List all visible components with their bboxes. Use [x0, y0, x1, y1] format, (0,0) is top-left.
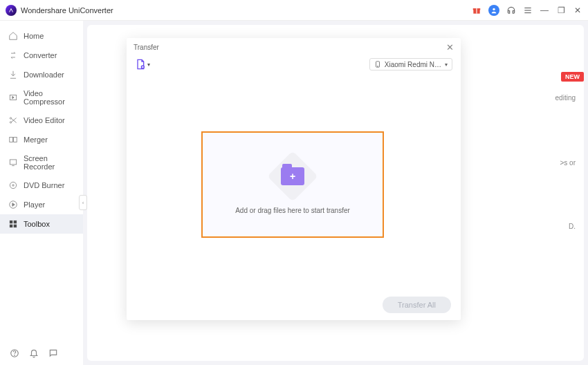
sidebar-item-screen-recorder[interactable]: Screen Recorder [0, 149, 83, 176]
sidebar-item-label: Screen Recorder [24, 154, 75, 171]
background-text: D. [569, 223, 576, 230]
scissors-icon [8, 115, 18, 125]
sidebar-item-label: Downloader [24, 71, 64, 79]
sidebar-item-video-editor[interactable]: Video Editor [0, 111, 83, 130]
folder-illustration: + [268, 156, 317, 197]
svg-rect-16 [10, 221, 12, 223]
sidebar-item-home[interactable]: Home [0, 26, 83, 46]
sidebar-item-toolbox[interactable]: Toolbox [0, 214, 83, 234]
titlebar-left: Wondershare UniConverter [6, 5, 113, 16]
phone-icon [374, 60, 381, 68]
transfer-all-button[interactable]: Transfer All [383, 297, 451, 313]
sidebar-item-player[interactable]: Player [0, 195, 83, 214]
svg-rect-18 [10, 225, 12, 227]
help-icon[interactable] [10, 348, 19, 358]
app-title: Wondershare UniConverter [21, 6, 113, 15]
record-icon [8, 158, 18, 167]
sidebar-item-label: Toolbox [24, 220, 50, 228]
hamburger-menu-icon[interactable] [523, 6, 533, 15]
sidebar-item-label: Merger [24, 135, 48, 144]
gift-icon[interactable] [472, 6, 481, 15]
svg-rect-10 [10, 138, 13, 142]
sidebar-item-downloader[interactable]: Downloader [0, 65, 83, 84]
minimize-button[interactable]: — [540, 6, 549, 15]
svg-point-24 [377, 66, 378, 67]
svg-rect-19 [14, 225, 17, 227]
add-file-icon [135, 59, 146, 70]
merge-icon [8, 135, 18, 144]
svg-point-9 [10, 122, 11, 123]
device-select[interactable]: Xiaomi Redmi N… ▾ [369, 58, 452, 71]
svg-rect-2 [476, 8, 477, 14]
svg-rect-12 [10, 160, 16, 165]
compress-icon [8, 93, 18, 102]
maximize-button[interactable]: ❐ [556, 6, 566, 15]
sidebar: Home Converter Downloader Video Compress… [0, 21, 83, 365]
svg-point-21 [15, 355, 15, 356]
transfer-modal: Transfer ✕ ▾ Xiaomi Redmi N… ▾ + Add o [127, 38, 461, 320]
sidebar-item-dvd-burner[interactable]: DVD Burner [0, 176, 83, 195]
sidebar-item-converter[interactable]: Converter [0, 46, 83, 65]
chevron-down-icon: ▾ [147, 62, 150, 68]
add-file-button[interactable]: ▾ [135, 59, 150, 70]
sidebar-item-label: Video Compressor [24, 89, 75, 106]
sidebar-item-label: Video Editor [24, 116, 65, 124]
converter-icon [8, 50, 18, 60]
svg-rect-17 [14, 221, 17, 223]
modal-toolbar: ▾ Xiaomi Redmi N… ▾ [127, 57, 461, 75]
svg-point-14 [12, 185, 14, 186]
modal-title: Transfer [134, 44, 159, 51]
modal-footer: Transfer All [127, 290, 461, 320]
background-text: >s or [560, 159, 576, 167]
dvd-icon [8, 180, 18, 190]
dropzone[interactable]: + Add or drag files here to start transf… [201, 131, 384, 238]
notification-bell-icon[interactable] [29, 348, 39, 358]
sidebar-item-label: DVD Burner [24, 181, 64, 189]
svg-rect-11 [14, 138, 17, 142]
sidebar-item-video-compressor[interactable]: Video Compressor [0, 84, 83, 111]
new-badge: NEW [561, 72, 584, 82]
sidebar-item-label: Home [24, 32, 44, 40]
toolbox-icon [8, 219, 18, 229]
close-window-button[interactable]: ✕ [573, 6, 582, 15]
modal-header: Transfer ✕ [127, 38, 461, 57]
sidebar-item-merger[interactable]: Merger [0, 130, 83, 149]
title-bar: Wondershare UniConverter — ❐ ✕ [0, 0, 588, 21]
sidebar-item-label: Converter [24, 51, 57, 59]
user-avatar-icon[interactable] [488, 5, 499, 16]
chevron-down-icon: ▾ [445, 62, 448, 68]
feedback-icon[interactable] [48, 348, 58, 358]
app-logo-icon [6, 5, 17, 16]
download-icon [8, 70, 18, 79]
device-name: Xiaomi Redmi N… [385, 61, 441, 68]
sidebar-bottom [0, 341, 83, 365]
modal-body: + Add or drag files here to start transf… [127, 75, 461, 290]
svg-point-13 [10, 182, 16, 188]
sidebar-item-label: Player [24, 200, 45, 209]
svg-point-8 [10, 118, 11, 119]
titlebar-right: — ❐ ✕ [472, 5, 582, 16]
background-text: editing [555, 94, 576, 102]
svg-point-3 [493, 8, 495, 10]
play-icon [8, 200, 18, 209]
dropzone-text: Add or drag files here to start transfer [235, 207, 350, 214]
close-icon[interactable]: ✕ [446, 42, 454, 53]
plus-icon: + [290, 171, 295, 181]
support-icon[interactable] [506, 6, 516, 15]
home-icon [8, 31, 18, 41]
folder-add-icon: + [281, 167, 304, 185]
